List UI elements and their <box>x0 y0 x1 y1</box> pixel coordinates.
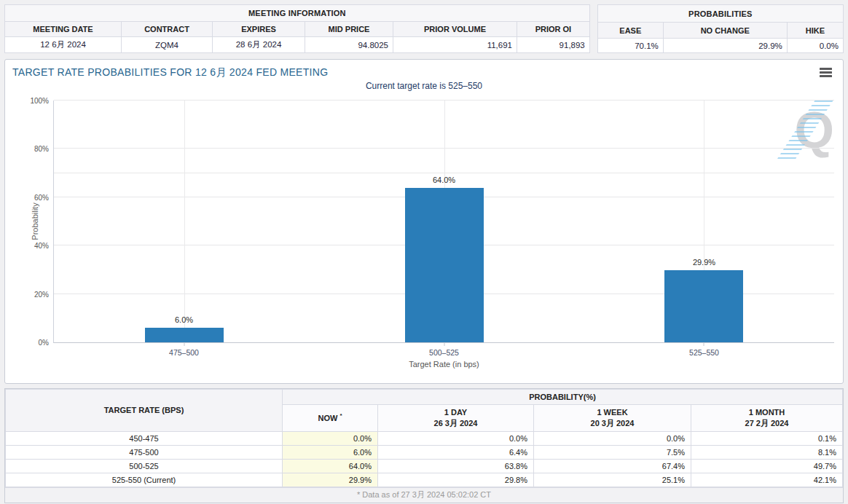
meeting-information-table: MEETING INFORMATION MEETING DATE CONTRAC… <box>4 4 590 53</box>
day-date: 26 3月 2024 <box>434 419 478 428</box>
probability-history-table: TARGET RATE (BPS) PROBABILITY(%) NOW * 1… <box>5 389 843 487</box>
col-hike: HIKE <box>787 23 843 39</box>
now-value: 0.0% <box>283 431 378 445</box>
xcat-525-550: 525–550 <box>689 348 719 357</box>
ease-value: 70.1% <box>597 39 663 53</box>
ytick-40: 40% <box>34 242 49 250</box>
rate-label: 475-500 <box>6 445 283 459</box>
now-value: 64.0% <box>283 459 378 473</box>
no-change-value: 29.9% <box>663 39 787 53</box>
meeting-information-title: MEETING INFORMATION <box>5 5 590 22</box>
xtick-2 <box>444 342 444 346</box>
probabilities-title: PROBABILITIES <box>597 5 843 23</box>
month-value: 49.7% <box>691 459 843 473</box>
now-value: 6.0% <box>283 445 378 459</box>
week-date: 20 3月 2024 <box>591 419 635 428</box>
chart-menu-hamburger-icon[interactable] <box>820 68 832 79</box>
col-probability-group: PROBABILITY(%) <box>283 390 843 405</box>
month-value: 8.1% <box>691 445 843 459</box>
prior-oi-value: 91,893 <box>517 37 590 53</box>
ytick-60: 60% <box>34 193 49 201</box>
month-value: 42.1% <box>691 473 843 487</box>
col-target-rate-bps: TARGET RATE (BPS) <box>6 390 283 432</box>
ytick-100: 100% <box>30 97 49 105</box>
day-value: 0.0% <box>378 431 534 445</box>
col-now: NOW * <box>283 405 378 432</box>
col-expires: EXPIRES <box>213 22 305 37</box>
probabilities-header-row: EASE NO CHANGE HIKE <box>597 23 843 39</box>
top-summary-row: MEETING INFORMATION MEETING DATE CONTRAC… <box>0 0 848 53</box>
now-value: 29.9% <box>283 473 378 487</box>
col-no-change: NO CHANGE <box>663 23 787 39</box>
hamburger-bar <box>820 75 832 77</box>
chart-subtitle: Current target rate is 525–550 <box>5 81 843 91</box>
col-1-month: 1 MONTH27 2月 2024 <box>691 405 843 432</box>
day-value: 6.4% <box>378 445 534 459</box>
rate-label: 450-475 <box>6 431 283 445</box>
bar-475-500[interactable] <box>145 328 224 342</box>
hike-value: 0.0% <box>787 39 843 53</box>
week-value: 67.4% <box>534 459 691 473</box>
vgridline-1 <box>184 101 185 342</box>
ytick-0: 0% <box>39 339 49 347</box>
col-prior-volume: PRIOR VOLUME <box>393 22 517 37</box>
week-value: 25.1% <box>534 473 691 487</box>
group-header-row: TARGET RATE (BPS) PROBABILITY(%) <box>6 390 843 405</box>
col-1-week: 1 WEEK20 3月 2024 <box>534 405 691 432</box>
plot-area: 0% 20% 40% 60% 80% 100% Probability 6.0%… <box>53 101 834 343</box>
table-row-500-525: 500-525 64.0% 63.8% 67.4% 49.7% <box>6 459 843 473</box>
day-value: 63.8% <box>378 459 534 473</box>
col-meeting-date: MEETING DATE <box>5 22 122 37</box>
table-row-475-500: 475-500 6.0% 6.4% 7.5% 8.1% <box>6 445 843 459</box>
bar-label-525-550: 29.9% <box>693 258 715 267</box>
month-date: 27 2月 2024 <box>745 419 789 428</box>
xtick-3 <box>704 342 704 346</box>
xtick-1 <box>184 342 184 346</box>
day-label: 1 DAY <box>444 408 467 417</box>
week-value: 0.0% <box>534 431 691 445</box>
day-value: 29.8% <box>378 473 534 487</box>
rate-label: 500-525 <box>6 459 283 473</box>
meeting-information-header-row: MEETING DATE CONTRACT EXPIRES MID PRICE … <box>5 22 590 37</box>
now-asterisk: * <box>339 412 342 419</box>
chart-title: TARGET RATE PROBABILITIES FOR 12 6月 2024… <box>12 66 328 79</box>
y-axis-title: Probability <box>31 202 39 240</box>
col-1-day: 1 DAY26 3月 2024 <box>378 405 534 432</box>
x-axis-title: Target Rate (in bps) <box>54 360 834 369</box>
meeting-information-value-row: 12 6月 2024 ZQM4 28 6月 2024 94.8025 11,69… <box>5 37 590 53</box>
month-value: 0.1% <box>691 431 843 445</box>
bar-label-475-500: 6.0% <box>175 315 193 324</box>
prior-volume-value: 11,691 <box>393 37 517 53</box>
ytick-20: 20% <box>34 290 49 298</box>
col-contract: CONTRACT <box>122 22 213 37</box>
bar-525-550[interactable] <box>664 270 743 342</box>
probability-history-panel: TARGET RATE (BPS) PROBABILITY(%) NOW * 1… <box>4 388 844 503</box>
col-mid-price: MID PRICE <box>305 22 393 37</box>
week-label: 1 WEEK <box>597 408 627 417</box>
month-label: 1 MONTH <box>749 408 785 417</box>
table-row-450-475: 450-475 0.0% 0.0% 0.0% 0.1% <box>6 431 843 445</box>
probabilities-table: PROBABILITIES EASE NO CHANGE HIKE 70.1% … <box>597 4 844 53</box>
col-prior-oi: PRIOR OI <box>517 22 590 37</box>
target-rate-chart-panel: TARGET RATE PROBABILITIES FOR 12 6月 2024… <box>4 59 844 384</box>
hamburger-bar <box>820 71 832 74</box>
table-row-525-550-current: 525-550 (Current) 29.9% 29.8% 25.1% 42.1… <box>6 473 843 487</box>
bar-label-500-525: 64.0% <box>433 176 455 184</box>
bar-500-525[interactable] <box>405 188 484 342</box>
xcat-500-525: 500–525 <box>429 348 459 357</box>
probabilities-value-row: 70.1% 29.9% 0.0% <box>597 39 843 53</box>
expires-value: 28 6月 2024 <box>213 37 305 53</box>
col-ease: EASE <box>597 23 663 39</box>
mid-price-value: 94.8025 <box>305 37 393 53</box>
contract-value: ZQM4 <box>122 37 213 53</box>
meeting-date-value: 12 6月 2024 <box>5 37 122 53</box>
data-as-of-footnote: * Data as of 27 3月 2024 05:02:02 CT <box>5 487 843 503</box>
rate-label: 525-550 (Current) <box>6 473 283 487</box>
hamburger-bar <box>820 68 832 70</box>
xcat-475-500: 475–500 <box>169 348 199 357</box>
now-label: NOW <box>318 414 337 422</box>
fedwatch-page: MEETING INFORMATION MEETING DATE CONTRAC… <box>0 0 848 504</box>
ytick-80: 80% <box>34 145 49 153</box>
week-value: 7.5% <box>534 445 691 459</box>
